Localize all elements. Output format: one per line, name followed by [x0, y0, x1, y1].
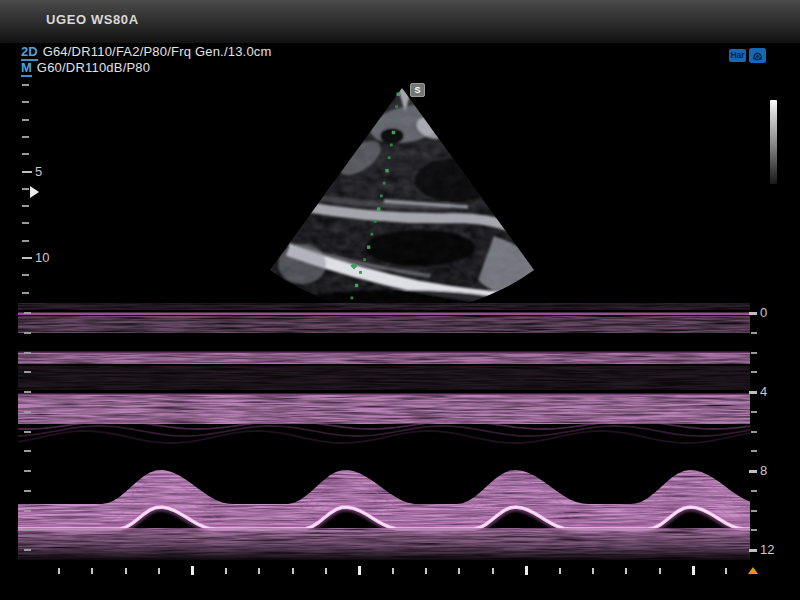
mmode-ruler-tick-right: [751, 450, 757, 452]
time-axis-tick: [592, 568, 594, 574]
ruler-2d-tick: [22, 222, 29, 224]
status-badges: Har: [729, 48, 766, 63]
params-2d: G64/DR110/FA2/P80/Frq Gen./13.0cm: [43, 44, 272, 59]
ruler-2d-tick: [22, 274, 29, 276]
mmode-ruler-tick-right: [749, 312, 757, 315]
mmode-ruler-tick-left: [24, 431, 31, 433]
params-m: G60/DR110dB/P80: [37, 60, 150, 75]
mmode-ruler-tick-left: [24, 470, 31, 472]
mmode-ruler-tick-right: [751, 411, 757, 413]
focus-depth-arrow-icon: [30, 186, 39, 198]
grayscale-bar: [770, 100, 777, 184]
mmode-ruler-tick-left: [24, 312, 31, 314]
time-axis-tick: [158, 568, 160, 574]
sweep-position-marker-icon: [748, 567, 758, 574]
mmode-ruler-tick-left: [24, 352, 31, 354]
mmode-ruler-tick-left: [24, 450, 31, 452]
time-axis-tick: [659, 568, 661, 574]
mmode-depth-label: 4: [760, 384, 767, 399]
mmode-far-field: [18, 528, 750, 560]
ruler-2d-tick: [22, 292, 29, 294]
ruler-2d-tick: [22, 171, 32, 173]
mmode-ruler-tick-left: [24, 371, 31, 373]
orientation-marker: S: [410, 83, 425, 97]
mmode-ruler-tick-left: [24, 510, 31, 512]
mmode-near-field-bands: [18, 303, 750, 424]
mmode-ruler-tick-right: [751, 431, 757, 433]
time-axis-tick: [292, 568, 294, 574]
time-axis-tick: [692, 566, 695, 575]
mmode-ruler-tick-right: [751, 529, 757, 531]
ruler-2d-tick: [22, 188, 29, 190]
time-axis-tick: [358, 566, 361, 575]
info-line-m: MG60/DR110dB/P80: [21, 60, 150, 75]
mmode-septal-strands: [18, 421, 750, 443]
ruler-2d-tick: [22, 240, 29, 242]
mmode-ruler-tick-right: [749, 549, 757, 552]
mmode-depth-label: 0: [760, 305, 767, 320]
depth-label-2d: 5: [35, 164, 42, 179]
time-axis-tick: [392, 568, 394, 574]
harmonic-badge: Har: [729, 49, 746, 62]
mmode-depth-label: 8: [760, 463, 767, 478]
mode-m-label: M: [21, 60, 32, 77]
mmode-depth-label: 12: [760, 542, 774, 557]
mmode-ruler-tick-left: [24, 529, 31, 531]
time-axis-tick: [58, 568, 60, 574]
time-axis-tick: [258, 568, 260, 574]
time-axis-tick: [458, 568, 460, 574]
mmode-ruler-tick-right: [751, 510, 757, 512]
mmode-ruler-tick-right: [751, 332, 757, 334]
mmode-ruler-tick-left: [24, 549, 31, 551]
time-axis-tick: [625, 568, 627, 574]
info-line-2d: 2DG64/DR110/FA2/P80/Frq Gen./13.0cm: [21, 44, 272, 59]
mmode-ruler-tick-right: [751, 371, 757, 373]
time-axis-tick: [525, 566, 528, 575]
time-axis-tick: [325, 568, 327, 574]
image-area: [0, 0, 800, 600]
ruler-2d-tick: [22, 257, 32, 259]
mmode-ruler-tick-right: [751, 352, 757, 354]
mmode-ruler-tick-left: [24, 490, 31, 492]
mmode-ruler-tick-left: [24, 391, 31, 393]
mode-2d-label: 2D: [21, 44, 38, 61]
ruler-2d-tick: [22, 84, 29, 86]
time-axis-tick: [492, 568, 494, 574]
ruler-2d-tick: [22, 153, 29, 155]
mmode-ruler-tick-left: [24, 411, 31, 413]
time-axis-tick: [225, 568, 227, 574]
ruler-2d-tick: [22, 205, 29, 207]
probe-icon: [749, 48, 766, 63]
time-axis-tick: [125, 568, 127, 574]
depth-label-2d: 10: [35, 250, 49, 265]
time-axis-tick: [91, 568, 93, 574]
mmode-ruler-tick-right: [751, 490, 757, 492]
ultrasound-screen: UGEO WS80A: [0, 0, 800, 600]
time-axis-tick: [725, 568, 727, 574]
mmode-ruler-tick-right: [749, 391, 757, 394]
time-axis-tick: [191, 566, 194, 575]
ruler-2d-tick: [22, 119, 29, 121]
mmode-ruler-tick-left: [24, 332, 31, 334]
ruler-2d-tick: [22, 101, 29, 103]
mmode-ruler-tick-right: [749, 470, 757, 473]
time-axis-tick: [425, 568, 427, 574]
time-axis-tick: [559, 568, 561, 574]
ruler-2d-tick: [22, 136, 29, 138]
